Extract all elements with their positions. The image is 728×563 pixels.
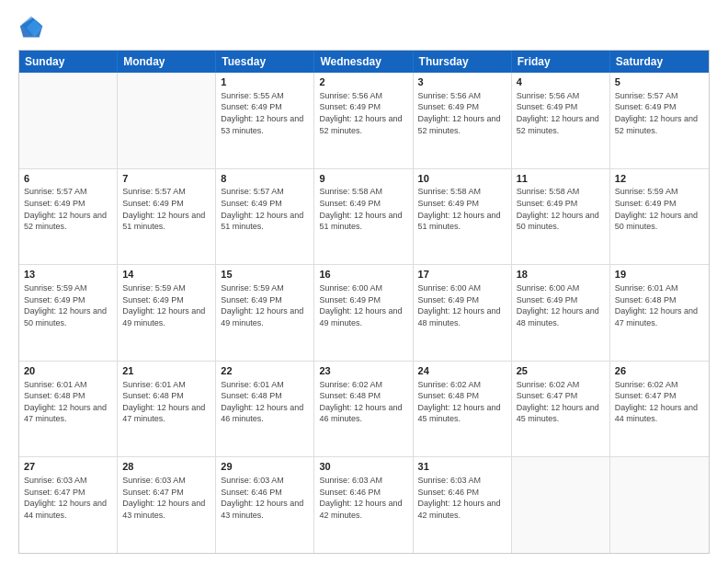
calendar-cell: 30Sunrise: 6:03 AM Sunset: 6:46 PM Dayli… <box>314 457 413 553</box>
calendar-cell: 3Sunrise: 5:56 AM Sunset: 6:49 PM Daylig… <box>414 73 512 168</box>
day-number: 19 <box>615 268 704 282</box>
cell-info: Sunrise: 5:56 AM Sunset: 6:49 PM Dayligh… <box>418 90 506 136</box>
cell-info: Sunrise: 5:59 AM Sunset: 6:49 PM Dayligh… <box>24 282 112 328</box>
day-number: 17 <box>418 268 506 282</box>
day-number: 23 <box>319 364 407 378</box>
day-number: 13 <box>24 268 112 282</box>
day-number: 3 <box>418 75 506 89</box>
calendar-cell: 20Sunrise: 6:01 AM Sunset: 6:48 PM Dayli… <box>19 362 118 457</box>
calendar-cell: 17Sunrise: 6:00 AM Sunset: 6:49 PM Dayli… <box>414 265 512 361</box>
cell-info: Sunrise: 6:02 AM Sunset: 6:48 PM Dayligh… <box>319 379 407 425</box>
cell-info: Sunrise: 6:03 AM Sunset: 6:47 PM Dayligh… <box>24 475 112 521</box>
cell-info: Sunrise: 5:57 AM Sunset: 6:49 PM Dayligh… <box>221 186 309 232</box>
day-number: 31 <box>418 460 506 474</box>
cell-info: Sunrise: 5:58 AM Sunset: 6:49 PM Dayligh… <box>319 186 407 232</box>
weekday-header-thursday: Thursday <box>414 51 512 73</box>
weekday-header-wednesday: Wednesday <box>314 51 413 73</box>
calendar-cell: 18Sunrise: 6:00 AM Sunset: 6:49 PM Dayli… <box>512 265 610 361</box>
calendar-cell <box>19 73 118 168</box>
calendar-cell: 13Sunrise: 5:59 AM Sunset: 6:49 PM Dayli… <box>19 265 118 361</box>
calendar-cell <box>512 457 610 553</box>
cell-info: Sunrise: 5:57 AM Sunset: 6:49 PM Dayligh… <box>24 186 112 232</box>
cell-info: Sunrise: 6:01 AM Sunset: 6:48 PM Dayligh… <box>221 379 309 425</box>
calendar-cell: 16Sunrise: 6:00 AM Sunset: 6:49 PM Dayli… <box>314 265 413 361</box>
calendar-cell: 14Sunrise: 5:59 AM Sunset: 6:49 PM Dayli… <box>118 265 216 361</box>
cell-info: Sunrise: 5:58 AM Sunset: 6:49 PM Dayligh… <box>517 186 605 232</box>
calendar-week-3: 13Sunrise: 5:59 AM Sunset: 6:49 PM Dayli… <box>19 265 709 362</box>
cell-info: Sunrise: 5:59 AM Sunset: 6:49 PM Dayligh… <box>122 282 210 328</box>
cell-info: Sunrise: 5:57 AM Sunset: 6:49 PM Dayligh… <box>615 90 704 136</box>
cell-info: Sunrise: 5:59 AM Sunset: 6:49 PM Dayligh… <box>615 186 704 232</box>
cell-info: Sunrise: 6:01 AM Sunset: 6:48 PM Dayligh… <box>122 379 210 425</box>
day-number: 30 <box>319 460 407 474</box>
day-number: 27 <box>24 460 112 474</box>
calendar-cell: 10Sunrise: 5:58 AM Sunset: 6:49 PM Dayli… <box>414 169 512 265</box>
calendar-cell: 7Sunrise: 5:57 AM Sunset: 6:49 PM Daylig… <box>118 169 216 265</box>
calendar-cell: 22Sunrise: 6:01 AM Sunset: 6:48 PM Dayli… <box>216 362 314 457</box>
cell-info: Sunrise: 6:03 AM Sunset: 6:46 PM Dayligh… <box>319 475 407 521</box>
weekday-header-monday: Monday <box>118 51 216 73</box>
day-number: 1 <box>221 75 309 89</box>
calendar-cell: 5Sunrise: 5:57 AM Sunset: 6:49 PM Daylig… <box>610 73 709 168</box>
cell-info: Sunrise: 6:00 AM Sunset: 6:49 PM Dayligh… <box>319 282 407 328</box>
cell-info: Sunrise: 5:59 AM Sunset: 6:49 PM Dayligh… <box>221 282 309 328</box>
cell-info: Sunrise: 5:56 AM Sunset: 6:49 PM Dayligh… <box>517 90 605 136</box>
calendar-header-row: SundayMondayTuesdayWednesdayThursdayFrid… <box>19 51 709 73</box>
calendar-cell: 27Sunrise: 6:03 AM Sunset: 6:47 PM Dayli… <box>19 457 118 553</box>
weekday-header-sunday: Sunday <box>19 51 118 73</box>
calendar-cell: 26Sunrise: 6:02 AM Sunset: 6:47 PM Dayli… <box>610 362 709 457</box>
cell-info: Sunrise: 6:00 AM Sunset: 6:49 PM Dayligh… <box>517 282 605 328</box>
calendar-cell: 21Sunrise: 6:01 AM Sunset: 6:48 PM Dayli… <box>118 362 216 457</box>
calendar-cell: 11Sunrise: 5:58 AM Sunset: 6:49 PM Dayli… <box>512 169 610 265</box>
calendar-cell: 9Sunrise: 5:58 AM Sunset: 6:49 PM Daylig… <box>314 169 413 265</box>
logo-icon <box>18 15 44 40</box>
day-number: 9 <box>319 172 407 186</box>
cell-info: Sunrise: 6:00 AM Sunset: 6:49 PM Dayligh… <box>418 282 506 328</box>
day-number: 5 <box>615 75 704 89</box>
calendar-cell: 2Sunrise: 5:56 AM Sunset: 6:49 PM Daylig… <box>314 73 413 168</box>
day-number: 7 <box>122 172 210 186</box>
calendar-cell: 31Sunrise: 6:03 AM Sunset: 6:46 PM Dayli… <box>414 457 512 553</box>
weekday-header-tuesday: Tuesday <box>216 51 314 73</box>
calendar-week-2: 6Sunrise: 5:57 AM Sunset: 6:49 PM Daylig… <box>19 169 709 266</box>
cell-info: Sunrise: 5:56 AM Sunset: 6:49 PM Dayligh… <box>319 90 407 136</box>
calendar-cell: 6Sunrise: 5:57 AM Sunset: 6:49 PM Daylig… <box>19 169 118 265</box>
day-number: 2 <box>319 75 407 89</box>
cell-info: Sunrise: 6:01 AM Sunset: 6:48 PM Dayligh… <box>615 282 704 328</box>
calendar-cell: 28Sunrise: 6:03 AM Sunset: 6:47 PM Dayli… <box>118 457 216 553</box>
calendar: SundayMondayTuesdayWednesdayThursdayFrid… <box>18 50 710 554</box>
weekday-header-friday: Friday <box>512 51 610 73</box>
cell-info: Sunrise: 5:57 AM Sunset: 6:49 PM Dayligh… <box>122 186 210 232</box>
calendar-cell: 4Sunrise: 5:56 AM Sunset: 6:49 PM Daylig… <box>512 73 610 168</box>
cell-info: Sunrise: 6:03 AM Sunset: 6:46 PM Dayligh… <box>221 475 309 521</box>
calendar-cell: 29Sunrise: 6:03 AM Sunset: 6:46 PM Dayli… <box>216 457 314 553</box>
day-number: 8 <box>221 172 309 186</box>
calendar-week-5: 27Sunrise: 6:03 AM Sunset: 6:47 PM Dayli… <box>19 457 709 553</box>
cell-info: Sunrise: 6:03 AM Sunset: 6:46 PM Dayligh… <box>418 475 506 521</box>
header <box>18 15 710 40</box>
calendar-cell: 12Sunrise: 5:59 AM Sunset: 6:49 PM Dayli… <box>610 169 709 265</box>
calendar-cell: 19Sunrise: 6:01 AM Sunset: 6:48 PM Dayli… <box>610 265 709 361</box>
day-number: 28 <box>122 460 210 474</box>
day-number: 16 <box>319 268 407 282</box>
day-number: 18 <box>517 268 605 282</box>
day-number: 25 <box>517 364 605 378</box>
calendar-cell: 8Sunrise: 5:57 AM Sunset: 6:49 PM Daylig… <box>216 169 314 265</box>
day-number: 20 <box>24 364 112 378</box>
page: SundayMondayTuesdayWednesdayThursdayFrid… <box>0 0 728 563</box>
cell-info: Sunrise: 6:03 AM Sunset: 6:47 PM Dayligh… <box>122 475 210 521</box>
day-number: 4 <box>517 75 605 89</box>
day-number: 14 <box>122 268 210 282</box>
calendar-cell: 23Sunrise: 6:02 AM Sunset: 6:48 PM Dayli… <box>314 362 413 457</box>
cell-info: Sunrise: 6:01 AM Sunset: 6:48 PM Dayligh… <box>24 379 112 425</box>
day-number: 11 <box>517 172 605 186</box>
calendar-week-4: 20Sunrise: 6:01 AM Sunset: 6:48 PM Dayli… <box>19 362 709 458</box>
logo <box>18 15 48 40</box>
day-number: 24 <box>418 364 506 378</box>
cell-info: Sunrise: 6:02 AM Sunset: 6:47 PM Dayligh… <box>517 379 605 425</box>
day-number: 10 <box>418 172 506 186</box>
day-number: 29 <box>221 460 309 474</box>
cell-info: Sunrise: 5:55 AM Sunset: 6:49 PM Dayligh… <box>221 90 309 136</box>
calendar-cell: 24Sunrise: 6:02 AM Sunset: 6:48 PM Dayli… <box>414 362 512 457</box>
calendar-cell: 1Sunrise: 5:55 AM Sunset: 6:49 PM Daylig… <box>216 73 314 168</box>
